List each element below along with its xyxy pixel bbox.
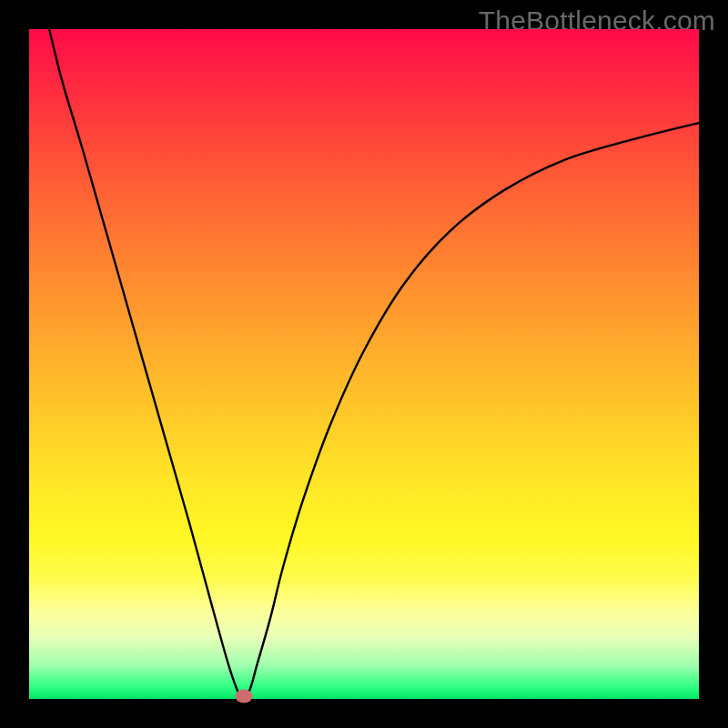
chart-frame: TheBottleneck.com (0, 0, 728, 728)
minimum-marker (235, 690, 252, 703)
bottleneck-curve (49, 29, 699, 699)
chart-svg (29, 29, 699, 699)
plot-area (29, 29, 699, 699)
